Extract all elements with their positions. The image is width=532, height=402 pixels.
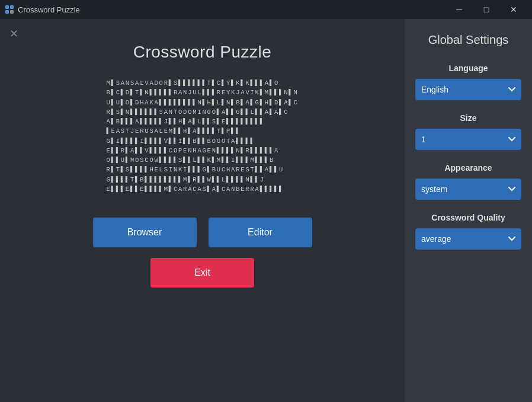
size-label: Size [415,113,521,123]
app-title: Crossword Puzzle [133,43,272,62]
appearance-label: Appearance [415,163,521,173]
svg-rect-1 [10,5,14,9]
language-select[interactable]: EnglishSpanishFrenchGermanItalian [415,79,521,100]
editor-button[interactable]: Editor [209,218,312,247]
exit-button[interactable]: Exit [150,258,254,288]
size-select[interactable]: 12345 [415,129,521,150]
browser-button[interactable]: Browser [93,218,197,247]
close-x-icon[interactable]: ✕ [9,27,18,40]
title-bar-label: Crossword Puzzle [18,5,80,14]
maximize-button[interactable]: □ [473,0,500,19]
main-layout: ✕ Crossword Puzzle M▌SANSALVADOR▌S▌▌▌▌▌▌… [0,19,532,402]
svg-rect-0 [5,5,9,9]
svg-rect-3 [10,10,14,14]
quality-select[interactable]: averagegoodexcellent [415,228,521,250]
app-icon [5,5,14,14]
right-panel: Global Settings Language EnglishSpanishF… [405,19,532,402]
appearance-select[interactable]: systemlightdark [415,178,521,200]
size-setting-group: Size 12345 [415,113,521,150]
primary-buttons-row: Browser Editor [93,218,312,247]
language-label: Language [415,63,521,73]
minimize-button[interactable]: ─ [446,0,473,19]
quality-label: Crossword Quality [415,213,521,222]
language-setting-group: Language EnglishSpanishFrenchGermanItali… [415,63,521,100]
settings-title: Global Settings [415,33,521,47]
word-search-grid: M▌SANSALVADOR▌S▌▌▌▌▌▌T▌C▌Y▌K▌K▌▌▌A▌O B▌C… [106,78,298,194]
close-button[interactable]: ✕ [500,0,527,19]
svg-rect-2 [5,10,9,14]
title-bar: Crossword Puzzle ─ □ ✕ [0,0,532,19]
title-bar-controls: ─ □ ✕ [446,0,527,19]
left-panel: ✕ Crossword Puzzle M▌SANSALVADOR▌S▌▌▌▌▌▌… [0,19,405,402]
title-bar-left: Crossword Puzzle [5,5,80,14]
appearance-setting-group: Appearance systemlightdark [415,163,521,200]
quality-setting-group: Crossword Quality averagegoodexcellent [415,213,521,250]
